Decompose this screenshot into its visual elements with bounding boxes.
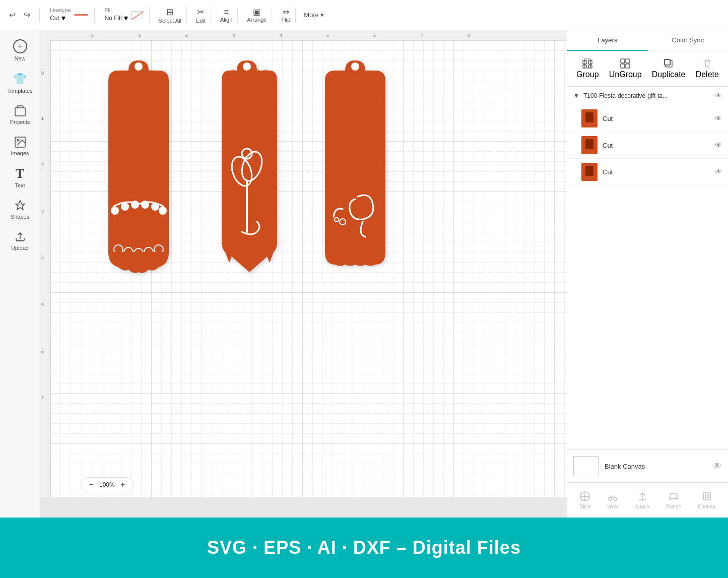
linetype-dropdown-icon: ▾ [61,13,65,23]
layer-expand-icon[interactable]: ▼ [573,92,579,99]
linetype-select[interactable]: Cut ▾ [50,13,71,23]
weld-label: Weld [607,504,619,509]
vruler-mark-7: 7 [41,395,44,400]
bottom-banner: SVG · EPS · AI · DXF – Digital Files [0,518,728,578]
layer-item-3[interactable]: Cut 👁 [567,159,728,185]
more-button[interactable]: More ▾ [300,9,328,21]
flip-icon: ⇔ [283,7,289,17]
sidebar-item-projects[interactable]: Projects [3,100,38,130]
align-icon: ≡ [224,8,228,17]
arrange-icon: ▣ [253,7,260,17]
contour-icon [701,491,712,502]
zoom-in-button[interactable]: + [118,480,128,490]
layer-thumb-icon-3 [584,166,594,178]
layer-group-visible-icon[interactable]: 👁 [715,92,722,100]
vruler-mark-6: 6 [41,349,44,354]
gift-tags-svg [81,55,514,338]
svg-rect-31 [621,64,625,68]
duplicate-tool[interactable]: Duplicate [647,55,691,82]
group-tool[interactable]: Group [571,55,604,82]
templates-icon: 👕 [13,73,27,86]
undo-button[interactable]: ↩ [6,8,19,22]
ruler-mark-6: 6 [373,33,376,38]
blank-canvas-eye-icon[interactable]: 👁 [713,461,722,472]
layer-thumb-icon-1 [584,112,594,124]
layer-item-2[interactable]: Cut 👁 [567,132,728,159]
ruler-mark-2: 2 [185,33,188,38]
select-all-label: Select All [159,18,181,24]
flip-button[interactable]: ⇔ Flip [276,7,296,23]
delete-icon [702,58,712,69]
layer-item-3-eye[interactable]: 👁 [715,168,722,176]
svg-rect-32 [626,64,630,68]
svg-rect-36 [585,112,593,122]
align-button[interactable]: ≡ Align [215,8,238,23]
projects-icon [14,105,26,117]
flatten-icon [668,491,679,502]
edit-label: Edit [196,18,206,24]
svg-point-7 [121,203,129,211]
vruler-mark-4: 4 [41,255,44,260]
ruler-mark-4: 4 [280,33,282,38]
gift-tag-2 [222,60,277,272]
svg-rect-47 [705,495,708,498]
sidebar-item-shapes-label: Shapes [11,214,29,220]
sidebar-item-new[interactable]: + New [3,34,38,67]
layer-item-1[interactable]: Cut 👁 [567,105,728,132]
tab-layers[interactable]: Layers [567,30,648,51]
flatten-tool[interactable]: Flatten [662,488,686,512]
panel-toolbar: Group UnGroup Duplicate [567,51,728,87]
select-all-button[interactable]: ⊞ Select All [154,7,187,24]
select-all-icon: ⊞ [166,7,174,18]
svg-rect-37 [585,139,593,149]
contour-tool[interactable]: Contour [694,488,720,512]
linetype-value: Cut [50,15,59,22]
attach-tool[interactable]: Attach [631,488,653,512]
sidebar-item-shapes[interactable]: Shapes [3,195,38,225]
linetype-color-indicator [74,14,88,16]
ruler-mark-0: 0 [91,33,93,38]
redo-button[interactable]: ↪ [21,8,33,22]
slice-tool[interactable]: Slice [575,488,594,512]
sidebar-item-images[interactable]: Images [3,131,38,161]
svg-point-6 [111,207,119,215]
weld-icon [607,491,618,502]
sidebar-item-upload[interactable]: Upload [3,226,38,256]
canvas-area[interactable]: 0 1 2 3 4 5 6 7 8 0 1 2 3 4 5 6 7 [40,30,567,518]
ungroup-tool[interactable]: UnGroup [604,55,647,82]
ruler-mark-1: 1 [139,33,141,38]
vertical-ruler: 0 1 2 3 4 5 6 7 [40,40,50,497]
delete-label: Delete [696,70,719,79]
flip-label: Flip [281,17,290,23]
bottom-tools: Slice Weld Attach [567,482,728,518]
delete-tool[interactable]: Delete [691,55,724,82]
layer-thumb-1 [581,109,598,127]
ungroup-icon [620,58,630,69]
layer-thumb-2 [581,136,598,154]
blank-canvas-section: Blank Canvas 👁 [567,449,728,482]
zoom-out-button[interactable]: − [86,480,96,490]
tab-color-sync[interactable]: Color Sync [648,30,729,51]
layer-item-1-eye[interactable]: 👁 [715,114,722,122]
fill-select[interactable]: No Fill ▾ [105,13,128,23]
weld-tool[interactable]: Weld [603,488,623,512]
layer-item-2-eye[interactable]: 👁 [715,141,722,149]
blank-canvas-thumbnail [573,456,599,476]
svg-point-17 [243,62,251,71]
layer-item-1-label: Cut [603,115,710,122]
fill-slash-icon [131,12,144,20]
sidebar-item-templates[interactable]: 👕 Templates [3,68,38,99]
fill-label: Fill [105,7,128,13]
left-sidebar: + New 👕 Templates Projects Images T [0,30,40,518]
vruler-mark-2: 2 [41,162,44,167]
edit-button[interactable]: ✂ Edit [191,7,211,24]
sidebar-item-text[interactable]: T Text [3,162,38,194]
svg-rect-46 [703,493,710,500]
ungroup-label: UnGroup [609,70,642,79]
layer-item-2-label: Cut [603,142,710,149]
arrange-button[interactable]: ▣ Arrange [242,7,272,23]
panel-tabs: Layers Color Sync [567,30,728,51]
layer-group-header: ▼ T100-Fiesta-decorative-gift-ta... 👁 [567,87,728,105]
layer-group-name: T100-Fiesta-decorative-gift-ta... [583,92,711,99]
vruler-mark-1: 1 [41,116,44,121]
